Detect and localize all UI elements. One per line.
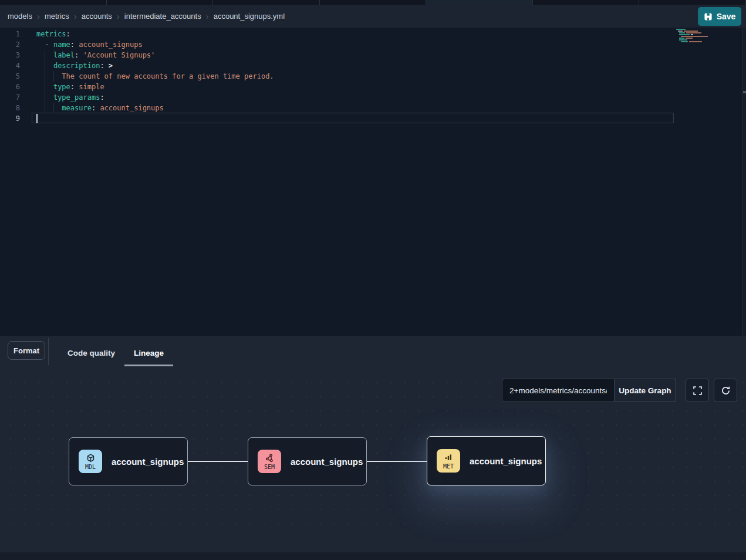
breadcrumb-chevron-icon: › [206, 11, 209, 21]
panel-tab-row: Format Code qualityLineage [0, 336, 746, 370]
header-bar: models›metrics›accounts›intermediate_acc… [0, 5, 746, 28]
badge-label: MDL [85, 464, 96, 470]
code-text: measure: account_signups [36, 103, 164, 113]
file-tab-0[interactable] [0, 0, 107, 5]
code-line-8[interactable]: 8 measure: account_signups [0, 103, 742, 113]
save-icon [704, 12, 713, 21]
scrollbar-marker [743, 91, 746, 93]
line-number: 4 [0, 60, 20, 71]
panel-tabs: Code qualityLineage [58, 336, 173, 370]
fullscreen-icon [693, 386, 703, 396]
code-line-6[interactable]: 6 type: simple [0, 82, 742, 92]
code-line-3[interactable]: 3 label: 'Account Signups' [0, 50, 742, 60]
panel-tab-label: Lineage [134, 349, 164, 357]
code-line-2[interactable]: 2 - name: account_signups [0, 39, 742, 50]
bottom-panel: Format Code qualityLineage Update Graph [0, 336, 746, 560]
breadcrumb-item[interactable]: models [8, 12, 32, 21]
minimap-row [676, 39, 713, 41]
line-number: 2 [0, 39, 20, 50]
code-text: metrics: [36, 29, 70, 39]
code-line-5[interactable]: 5 The count of new accounts for a given … [0, 71, 742, 82]
save-button[interactable]: Save [698, 7, 741, 26]
line-number: 9 [0, 113, 20, 124]
active-tab-underline [124, 365, 173, 366]
editor-scrollbar[interactable] [742, 28, 746, 336]
panel-divider [48, 338, 49, 365]
file-tab-5[interactable] [533, 0, 640, 5]
line-number: 8 [0, 103, 20, 113]
node-label: account_signups [470, 456, 542, 466]
metric-icon [444, 453, 454, 463]
lineage-canvas[interactable]: Update Graph MDLaccount_signupsS [0, 370, 746, 536]
lineage-node-mdl-account_signups[interactable]: MDLaccount_signups [69, 437, 188, 485]
breadcrumb-chevron-icon: › [74, 11, 77, 21]
line-number: 3 [0, 50, 20, 60]
code-line-1[interactable]: 1metrics: [0, 29, 742, 39]
code-text: type: simple [36, 82, 104, 92]
node-label: account_signups [112, 457, 184, 467]
code-text: - name: account_signups [36, 39, 143, 50]
line-number: 6 [0, 82, 20, 92]
badge-label: MET [443, 463, 454, 470]
code-text: The count of new accounts for a given ti… [36, 71, 274, 82]
file-tab-2[interactable] [213, 0, 320, 5]
format-button[interactable]: Format [8, 341, 45, 360]
node-label: account_signups [291, 457, 363, 467]
refresh-button[interactable] [714, 379, 737, 402]
minimap-row [676, 34, 713, 35]
lineage-edge [188, 461, 248, 462]
breadcrumb-item[interactable]: accounts [82, 12, 112, 21]
minimap-row [676, 41, 713, 42]
minimap-row [676, 29, 713, 30]
refresh-icon [721, 386, 731, 396]
semantic-model-icon [265, 453, 275, 463]
code-text: label: 'Account Signups' [36, 50, 155, 60]
lineage-selector-input[interactable] [502, 379, 615, 402]
save-button-label: Save [717, 12, 736, 21]
file-tab-1[interactable] [107, 0, 214, 5]
file-tab-4[interactable] [426, 0, 533, 5]
lineage-edge [367, 461, 427, 462]
current-line-highlight [32, 113, 674, 123]
minimap[interactable] [676, 29, 713, 46]
model-badge: MDL [79, 450, 102, 473]
minimap-row [676, 32, 713, 33]
breadcrumb-chevron-icon: › [117, 11, 120, 21]
model-icon [86, 453, 96, 463]
line-number: 7 [0, 92, 20, 103]
code-line-4[interactable]: 4 description: > [0, 60, 742, 71]
minimap-row [676, 36, 713, 37]
lineage-node-sem-account_signups[interactable]: SEMaccount_signups [248, 437, 367, 485]
breadcrumb-chevron-icon: › [37, 11, 40, 21]
breadcrumb-item[interactable]: account_signups.yml [214, 12, 285, 21]
panel-bottom-edge [0, 552, 746, 560]
line-number: 1 [0, 29, 20, 39]
lineage-selector-group: Update Graph [502, 379, 676, 402]
panel-tab-lineage[interactable]: Lineage [124, 336, 173, 370]
code-line-7[interactable]: 7 type_params: [0, 92, 742, 103]
line-number: 5 [0, 71, 20, 82]
file-tabstrip [0, 0, 746, 5]
code-text: description: > [36, 60, 113, 71]
metric-badge: MET [437, 449, 460, 473]
semantic-model-badge: SEM [258, 450, 281, 473]
file-tab-3[interactable] [320, 0, 427, 5]
code-text: type_params: [36, 92, 104, 103]
minimap-row [676, 38, 713, 39]
badge-label: SEM [264, 464, 275, 470]
minimap-row [676, 31, 713, 32]
text-cursor [36, 114, 38, 123]
lineage-node-met-account_signups[interactable]: METaccount_signups [427, 436, 546, 485]
file-tab-6[interactable] [639, 0, 746, 5]
update-graph-button[interactable]: Update Graph [615, 379, 676, 402]
breadcrumb-item[interactable]: intermediate_accounts [124, 12, 201, 21]
panel-tab-code-quality[interactable]: Code quality [58, 336, 124, 370]
app-window: models›metrics›accounts›intermediate_acc… [0, 0, 746, 560]
code-editor[interactable]: 1metrics:2 - name: account_signups3 labe… [0, 28, 746, 336]
code-line-9[interactable]: 9 [0, 113, 742, 124]
breadcrumb: models›metrics›accounts›intermediate_acc… [8, 5, 287, 28]
breadcrumb-item[interactable]: metrics [45, 12, 69, 21]
panel-tab-label: Code quality [67, 349, 115, 357]
fullscreen-button[interactable] [686, 379, 709, 402]
